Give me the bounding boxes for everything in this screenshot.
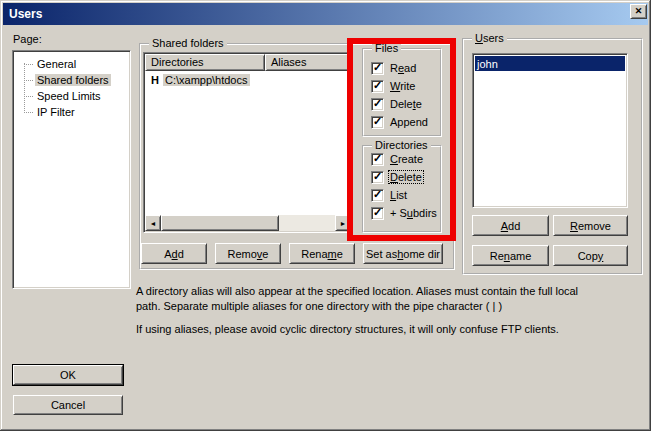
shared-add-button[interactable]: Add: [141, 243, 207, 264]
sidebar-item-label: IP Filter: [35, 106, 77, 118]
red-highlight-rectangle: [347, 38, 456, 241]
users-list: john: [472, 53, 628, 208]
scroll-left-icon: ◄: [150, 220, 157, 227]
close-icon: ✕: [635, 7, 643, 16]
scrollbar-thumb[interactable]: [161, 215, 279, 231]
sidebar-item-label: Shared folders: [35, 74, 111, 86]
sidebar-item-label: General: [35, 58, 78, 70]
window-title: Users: [9, 7, 42, 21]
sidebar-item-label: Speed Limits: [35, 90, 103, 102]
directories-list-header: Directories Aliases: [145, 54, 351, 71]
sidebar-item-general[interactable]: General: [13, 56, 130, 72]
alias-help-text: A directory alias will also appear at th…: [136, 284, 644, 337]
shared-rename-button[interactable]: Rename: [289, 243, 355, 264]
cancel-button[interactable]: Cancel: [13, 395, 123, 415]
scroll-left-button[interactable]: ◄: [145, 215, 161, 231]
sidebar-item-speed-limits[interactable]: Speed Limits: [13, 88, 130, 104]
tree-connector: [24, 96, 33, 97]
shared-folders-group-label: Shared folders: [149, 37, 227, 49]
tree-connector: [24, 112, 33, 113]
user-copy-button[interactable]: Copy: [553, 245, 628, 266]
scroll-right-icon: ►: [340, 220, 347, 227]
page-label: Page:: [13, 33, 42, 45]
user-name: john: [477, 58, 498, 70]
alias-help-line2: path. Separate multiple aliases for one …: [136, 299, 644, 314]
directories-list: Directories Aliases H C:\xampp\htdocs ◄ …: [143, 52, 353, 233]
users-dialog: Users ✕ Page: General Shared folders Spe…: [0, 0, 651, 431]
user-rename-button[interactable]: Rename: [472, 245, 549, 266]
close-button[interactable]: ✕: [630, 4, 647, 19]
ok-button[interactable]: OK: [13, 365, 123, 385]
alias-help-line1: A directory alias will also appear at th…: [136, 284, 644, 299]
column-header-aliases[interactable]: Aliases: [265, 54, 351, 71]
users-group-label: Users: [472, 32, 507, 44]
tree-connector: [24, 64, 33, 65]
titlebar[interactable]: Users: [3, 3, 648, 25]
directory-path: C:\xampp\htdocs: [163, 74, 250, 86]
shared-remove-button[interactable]: Remove: [215, 243, 281, 264]
home-indicator: H: [146, 74, 163, 86]
set-as-home-dir-button[interactable]: Set as home dir: [363, 243, 443, 264]
column-header-directories[interactable]: Directories: [145, 54, 265, 71]
sidebar-item-ip-filter[interactable]: IP Filter: [13, 104, 130, 120]
cyclic-warning-text: If using aliases, please avoid cyclic di…: [136, 322, 644, 337]
user-remove-button[interactable]: Remove: [553, 215, 628, 236]
page-tree: General Shared folders Speed Limits IP F…: [12, 50, 131, 289]
table-row[interactable]: H C:\xampp\htdocs: [146, 72, 350, 87]
directories-horizontal-scrollbar[interactable]: ◄ ►: [145, 215, 351, 231]
list-item-john[interactable]: john: [475, 56, 625, 71]
sidebar-item-shared-folders[interactable]: Shared folders: [13, 72, 130, 88]
user-add-button[interactable]: Add: [472, 215, 549, 236]
tree-connector: [24, 80, 33, 81]
